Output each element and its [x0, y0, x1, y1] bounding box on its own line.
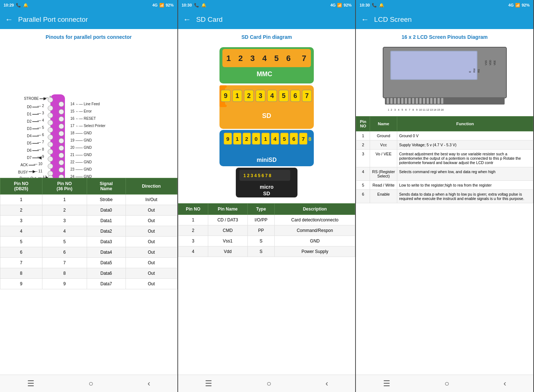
svg-text:3: 3 [394, 109, 396, 111]
svg-point-55 [59, 117, 64, 122]
table-cell: 4 [42, 226, 87, 237]
table-cell: Low to write to the register;high to rea… [397, 181, 533, 190]
svg-rect-152 [412, 98, 414, 104]
svg-text:5: 5 [274, 54, 279, 63]
lcd-svg: VSS VDD VEE RS RW E [379, 44, 510, 113]
svg-text:10: 10 [419, 109, 422, 111]
table-cell: 1 [178, 215, 208, 225]
lcd-th-pinno: Pin NO [356, 117, 370, 131]
status-left-3: 10:30 📞 🔔 [360, 3, 384, 8]
svg-text:— 10: — 10 [34, 162, 42, 166]
table-cell: Sends data to data p when a high to low … [397, 190, 533, 203]
svg-text:3: 3 [250, 54, 255, 63]
svg-text:17 ←— Select Printer: 17 ←— Select Printer [70, 124, 106, 128]
svg-text:— 7: — 7 [37, 140, 44, 144]
th-pinno-36: Pin NO(36 Pin) [42, 178, 87, 195]
app-bar-2: ← SD Card [178, 10, 356, 29]
table-cell: 1 [0, 195, 42, 205]
svg-text:4: 4 [274, 136, 277, 142]
svg-text:6: 6 [286, 54, 291, 63]
table-row: 1CD / DAT3I/O/PPCard detection/connecto [178, 215, 355, 225]
svg-text:D5: D5 [27, 141, 32, 145]
sd-th-pinname: Pin Name [208, 204, 247, 215]
menu-icon-2[interactable]: ☰ [205, 379, 212, 388]
menu-icon-3[interactable]: ☰ [383, 379, 390, 388]
table-row: 4VddSPower Supply [178, 246, 355, 257]
svg-point-59 [59, 146, 64, 151]
bottom-nav-3: ☰ ○ ‹ [356, 375, 533, 392]
svg-text:— 9: — 9 [37, 155, 44, 159]
svg-text:2: 2 [247, 92, 251, 99]
table-cell: Selects command regi when low, and data … [397, 167, 533, 181]
table-cell: Data4 [87, 247, 126, 258]
bottom-nav-2: ☰ ○ ‹ [178, 375, 356, 392]
svg-point-60 [59, 153, 64, 158]
table-row: 33Data1Out [0, 216, 177, 226]
table-cell: 6 [0, 247, 42, 258]
table-cell: 7 [42, 258, 87, 268]
phone-icon-1: 📞 [16, 3, 21, 8]
bottom-nav-1: ☰ ○ ‹ [0, 375, 177, 392]
table-cell: Out [126, 216, 177, 226]
svg-text:— 5: — 5 [37, 126, 44, 130]
home-icon-3[interactable]: ○ [444, 379, 449, 388]
svg-text:2: 2 [238, 54, 243, 63]
table-cell: Data5 [87, 258, 126, 268]
svg-point-53 [59, 102, 64, 107]
status-bar-2: 10:30 📞 🔔 4G 📶 92% [178, 0, 356, 10]
back-button-1[interactable]: ← [5, 15, 13, 24]
svg-text:15 ←— Error: 15 ←— Error [70, 109, 92, 113]
back-nav-icon-1[interactable]: ‹ [148, 379, 150, 388]
back-button-3[interactable]: ← [361, 15, 369, 24]
svg-text:5: 5 [282, 92, 286, 99]
svg-text:D2: D2 [27, 119, 32, 123]
svg-text:8: 8 [412, 109, 414, 111]
svg-rect-148 [398, 98, 400, 104]
phone-icon-3: 📞 [372, 3, 377, 8]
back-nav-icon-3[interactable]: ‹ [504, 379, 506, 388]
svg-text:RS: RS [477, 69, 480, 73]
table-row: 55Data3Out [0, 237, 177, 247]
notification-icon-1: 🔔 [23, 3, 28, 8]
menu-icon-1[interactable]: ☰ [27, 379, 34, 388]
sd-card-diagram: 1 2 3 4 5 6 7 MMC 9 9 1 [178, 44, 356, 203]
svg-text:BUSY: BUSY [18, 170, 28, 174]
status-bar-3: 10:30 📞 🔔 4G 📶 92% [356, 0, 533, 10]
back-button-2[interactable]: ← [183, 15, 191, 24]
panel-lcd: 10:30 📞 🔔 4G 📶 92% ← LCD Screen 16 x 2 L… [356, 0, 534, 392]
svg-rect-151 [408, 98, 411, 104]
svg-text:D7: D7 [27, 156, 32, 160]
svg-text:miniSD: miniSD [256, 157, 276, 163]
svg-text:1: 1 [264, 136, 267, 142]
svg-text:5: 5 [283, 136, 286, 142]
table-cell: Command/Respon [275, 225, 355, 236]
back-nav-icon-2[interactable]: ‹ [325, 379, 328, 388]
battery-1: 92% [166, 3, 174, 7]
svg-text:MMC: MMC [257, 70, 272, 78]
svg-text:12: 12 [426, 109, 429, 111]
svg-text:1: 1 [226, 54, 231, 63]
table-cell: Read / Write [370, 181, 397, 190]
svg-rect-147 [394, 98, 396, 104]
table-cell: 6 [356, 190, 370, 203]
lcd-th-name: Name [370, 117, 397, 131]
table-cell: 3 [0, 216, 42, 226]
table-cell: Ground 0 V [397, 131, 533, 140]
table-cell: I/O/PP [247, 215, 275, 225]
svg-text:D6: D6 [27, 148, 32, 152]
svg-text:— 6: — 6 [37, 133, 44, 137]
home-icon-1[interactable]: ○ [89, 379, 93, 388]
table-cell: In/Out [126, 195, 177, 205]
svg-point-44 [48, 127, 53, 132]
time-1: 10:29 [4, 3, 14, 7]
table-row: 6EnableSends data to data p when a high … [356, 190, 533, 203]
status-left-2: 10:30 📞 🔔 [182, 3, 206, 8]
svg-point-61 [59, 160, 64, 165]
table-cell: 4 [356, 167, 370, 181]
svg-text:6: 6 [405, 109, 407, 111]
svg-point-40 [48, 97, 53, 102]
svg-text:D0: D0 [27, 105, 32, 109]
table-cell: RS (Register Select) [370, 167, 397, 181]
th-direction: Direction [126, 178, 177, 195]
home-icon-2[interactable]: ○ [267, 379, 271, 388]
